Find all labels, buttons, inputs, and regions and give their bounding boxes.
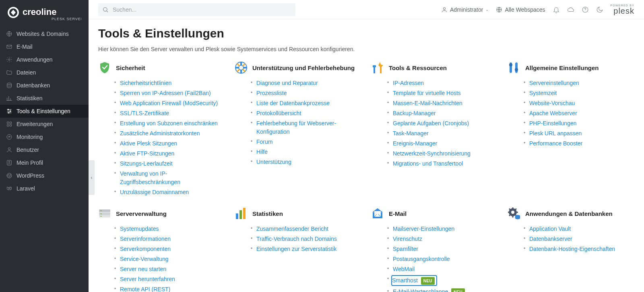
cloud-icon[interactable] (567, 6, 574, 13)
svg-point-8 (10, 111, 11, 112)
link-servereinstellungen[interactable]: Servereinstellungen (529, 80, 579, 86)
sidebar-item-label: Datenbanken (17, 82, 50, 89)
main: Administrator ⌄ Alle Webspaces POWERED B… (89, 0, 644, 292)
sidebar-item-mein-profil[interactable]: Mein Profil (0, 156, 89, 169)
link-einstellungen-zur-serverstatistik[interactable]: Einstellungen zur Serverstatistik (256, 246, 336, 252)
link-remote-api-rest-[interactable]: Remote API (REST) (120, 286, 170, 292)
link-webmail[interactable]: WebMail (393, 266, 415, 272)
link-server-neu-starten[interactable]: Server neu starten (120, 266, 166, 272)
link-datenbank-hosting-eigenschaften[interactable]: Datenbank-Hosting-Eigenschaften (529, 246, 615, 252)
link-zus-tzliche-administratorkonten[interactable]: Zusätzliche Administratorkonten (120, 130, 200, 137)
link-mailserver-einstellungen[interactable]: Mailserver-Einstellungen (393, 226, 454, 232)
panel-list-item: Unterstützung (251, 157, 361, 167)
sidebar-item-statistiken[interactable]: Statistiken (0, 92, 89, 105)
sidebar-item-datenbanken[interactable]: Datenbanken (0, 79, 89, 92)
user-icon (441, 6, 448, 13)
notifications-icon[interactable] (553, 6, 560, 13)
link-protokoll-bersicht[interactable]: Protokollübersicht (256, 110, 301, 116)
link-netzwerkzeit-synchronisierung[interactable]: Netzwerkzeit-Synchronisierung (393, 150, 471, 157)
panel-list-item: WebMail (387, 264, 498, 274)
webspaces-link[interactable]: Alle Webspaces (496, 6, 545, 13)
panel-list-item: Performance Booster (524, 139, 634, 149)
sidebar-item-laravel[interactable]: Laravel (0, 182, 89, 195)
link-liste-der-datenbankprozesse[interactable]: Liste der Datenbankprozesse (256, 100, 330, 106)
link-ssl-tls-zertifikate[interactable]: SSL/TLS-Zertifikate (120, 110, 169, 116)
link-backup-manager[interactable]: Backup-Manager (393, 110, 436, 116)
sidebar-item-e-mail[interactable]: E-Mail (0, 40, 89, 53)
search-input[interactable] (98, 3, 295, 16)
sidebar-item-monitoring[interactable]: Monitoring (0, 130, 89, 143)
link-sicherheitsrichtlinien[interactable]: Sicherheitsrichtlinien (120, 80, 171, 86)
link-e-mail-warteschlange[interactable]: E-Mail-Warteschlange (393, 288, 448, 292)
link-postausgangskontrolle[interactable]: Postausgangskontrolle (393, 256, 450, 262)
link-aktive-plesk-sitzungen[interactable]: Aktive Plesk Sitzungen (120, 140, 177, 147)
link-zusammenfassender-bericht[interactable]: Zusammenfassender Bericht (256, 226, 328, 232)
link-prozessliste[interactable]: Prozessliste (256, 90, 287, 96)
link-geplante-aufgaben-cronjobs-[interactable]: Geplante Aufgaben (Cronjobs) (393, 120, 469, 126)
link-migrations-und-transfertool[interactable]: Migrations- und Transfertool (393, 160, 463, 167)
admin-menu[interactable]: Administrator ⌄ (441, 6, 489, 13)
link-forum[interactable]: Forum (256, 139, 272, 145)
link-erstellung-von-subzonen-einschr-nken[interactable]: Erstellung von Subzonen einschränken (120, 120, 218, 126)
link-template-f-r-virtuelle-hosts[interactable]: Template für virtuelle Hosts (393, 90, 461, 96)
link-unzul-ssige-domainnamen[interactable]: Unzulässige Domainnamen (120, 189, 189, 195)
sidebar-collapse-handle[interactable]: ‹ (89, 160, 95, 195)
svg-rect-4 (7, 45, 12, 48)
logo[interactable]: creoline ® PLESK SERVER (0, 0, 89, 27)
link-service-verwaltung[interactable]: Service-Verwaltung (120, 256, 169, 262)
link-application-vault[interactable]: Application Vault (529, 226, 571, 232)
globe-icon (496, 6, 502, 13)
link-spamfilter[interactable]: Spamfilter (393, 246, 418, 252)
panel-title: Serververwaltung (116, 210, 167, 217)
link-apache-webserver[interactable]: Apache Webserver (529, 110, 577, 116)
link-hilfe[interactable]: Hilfe (256, 149, 268, 155)
link-systemzeit[interactable]: Systemzeit (529, 90, 557, 96)
link-sperren-von-ip-adressen-fail-ban-[interactable]: Sperren von IP-Adressen (Fail2Ban) (120, 90, 211, 96)
link-web-application-firewall-modsecurity-[interactable]: Web Application Firewall (ModSecurity) (120, 100, 218, 106)
help-icon[interactable] (582, 6, 589, 13)
link-serverinformationen[interactable]: Serverinformationen (120, 236, 171, 242)
sidebar-item-label: Statistiken (17, 95, 43, 101)
link-systemupdates[interactable]: Systemupdates (120, 226, 159, 232)
theme-toggle-icon[interactable] (596, 6, 603, 13)
link-task-manager[interactable]: Task-Manager (393, 130, 429, 137)
link-ereignis-manager[interactable]: Ereignis-Manager (393, 140, 438, 147)
sidebar-item-label: Dateien (17, 69, 36, 76)
sidebar-item-erweiterungen[interactable]: Erweiterungen (0, 118, 89, 130)
sidebar-item-dateien[interactable]: Dateien (0, 66, 89, 79)
panel-list-item: Website-Vorschau (524, 98, 634, 108)
link-website-vorschau[interactable]: Website-Vorschau (529, 100, 575, 106)
link-performance-booster[interactable]: Performance Booster (529, 140, 582, 147)
link-serverkomponenten[interactable]: Serverkomponenten (120, 246, 171, 252)
link-ip-adressen[interactable]: IP-Adressen (393, 80, 424, 86)
panel-title: E-Mail (389, 210, 407, 217)
link-virenschutz[interactable]: Virenschutz (393, 236, 422, 242)
link-datenbankserver[interactable]: Datenbankserver (529, 236, 572, 242)
tools-icon (371, 61, 384, 74)
link-verwaltung-von-ip-zugriffsbeschr-nkungen[interactable]: Verwaltung von IP-Zugriffsbeschränkungen (120, 170, 180, 185)
link-plesk-url-anpassen[interactable]: Plesk URL anpassen (529, 130, 582, 137)
link-massen-e-mail-nachrichten[interactable]: Massen-E-Mail-Nachrichten (393, 100, 462, 106)
sidebar-item-benutzer[interactable]: Benutzer (0, 143, 89, 156)
puzzle-icon (6, 121, 12, 127)
panel-list-item: Massen-E-Mail-Nachrichten (387, 98, 498, 108)
sidebar-item-tools-einstellungen[interactable]: Tools & Einstellungen (0, 105, 89, 118)
link-diagnose-und-reparatur[interactable]: Diagnose und Reparatur (256, 80, 318, 86)
panel-title: Unterstützung und Fehlerbehebung (252, 64, 355, 71)
panel-list-item: Diagnose und Reparatur (251, 78, 361, 88)
panel-title: Allgemeine Einstellungen (525, 64, 599, 71)
svg-rect-25 (515, 62, 518, 73)
link-fehlerbehebung-f-r-webserver-konfiguration[interactable]: Fehlerbehebung für Webserver-Konfigurati… (256, 120, 336, 135)
link-aktive-ftp-sitzungen[interactable]: Aktive FTP-Sitzungen (120, 150, 174, 157)
panel-list-item: Smarthost NEU (387, 274, 498, 287)
panel-list-item: Server neu starten (114, 264, 225, 274)
link-smarthost[interactable]: Smarthost (392, 277, 418, 284)
link-server-herunterfahren[interactable]: Server herunterfahren (120, 276, 175, 282)
sidebar-item-websites-domains[interactable]: Websites & Domains (0, 27, 89, 40)
link-traffic-verbrauch-nach-domains[interactable]: Traffic-Verbrauch nach Domains (256, 236, 337, 242)
sidebar-item-wordpress[interactable]: WordPress (0, 169, 89, 182)
link-php-einstellungen[interactable]: PHP-Einstellungen (529, 120, 577, 126)
link-sitzungs-leerlaufzeit[interactable]: Sitzungs-Leerlaufzeit (120, 160, 173, 167)
sidebar-item-anwendungen[interactable]: Anwendungen (0, 53, 89, 66)
link-unterst-tzung[interactable]: Unterstützung (256, 159, 291, 165)
